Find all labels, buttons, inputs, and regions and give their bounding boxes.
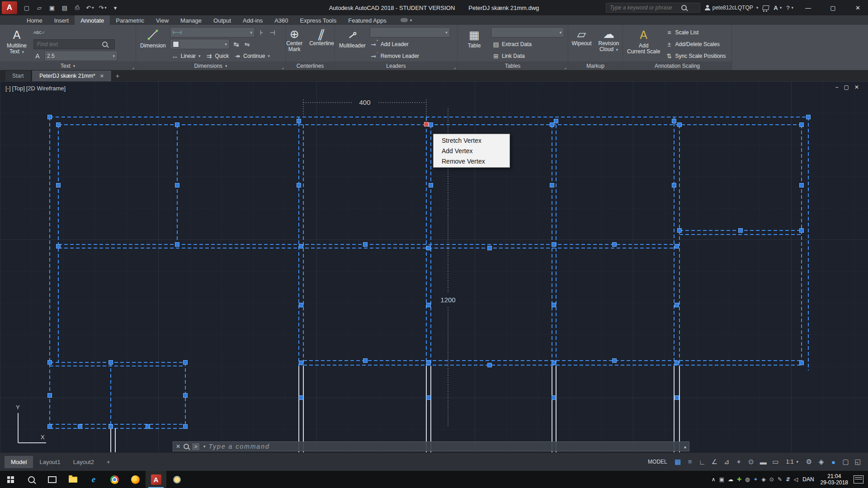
grip[interactable] xyxy=(800,361,804,365)
snap-mode-toggle[interactable]: ⌗ xyxy=(684,456,696,468)
bluetooth-icon[interactable]: ✦ xyxy=(754,476,758,483)
grip[interactable] xyxy=(488,246,492,250)
panel-label-markup[interactable]: Markup xyxy=(568,61,623,70)
menu-item-stretch-vertex[interactable]: Stretch Vertex xyxy=(434,135,509,145)
add-leader-button[interactable]: ⊸+ Add Leader xyxy=(370,40,410,48)
revision-cloud-button[interactable]: ☁ Revision Cloud ▾ xyxy=(596,26,622,61)
hot-grip[interactable] xyxy=(425,122,429,127)
dimension-break-icon[interactable]: ⊦ xyxy=(258,29,266,36)
panel-label-leaders[interactable]: Leaders ⌟ xyxy=(335,61,457,70)
ortho-mode-toggle[interactable]: ∟ xyxy=(697,456,708,468)
grip[interactable] xyxy=(78,425,82,429)
close-icon[interactable]: ✕ xyxy=(100,73,104,79)
grip[interactable] xyxy=(146,425,150,429)
open-file-button[interactable]: ▱ xyxy=(33,3,45,13)
check-spelling-icon[interactable]: ABC✓ xyxy=(33,30,45,35)
capture-tool-icon[interactable] xyxy=(166,471,187,488)
grip[interactable] xyxy=(175,243,179,247)
annotation-monitor-toggle[interactable]: ◈ xyxy=(816,456,827,468)
language-indicator[interactable]: DAN xyxy=(800,476,816,483)
command-close-icon[interactable]: ✕ xyxy=(176,443,180,450)
tab-annotate[interactable]: Annotate xyxy=(75,15,110,25)
file-tab-document[interactable]: PeterDJ skænk 21mm* ✕ xyxy=(32,70,112,81)
dialog-launcher-icon[interactable]: ⌟ xyxy=(564,65,566,70)
task-view-button[interactable] xyxy=(42,471,62,488)
object-snap-tracking-toggle[interactable]: ⌖ xyxy=(733,456,745,468)
grip[interactable] xyxy=(678,123,682,127)
new-drawing-tab-button[interactable]: + xyxy=(112,70,123,81)
grip[interactable] xyxy=(184,425,188,429)
add-current-scale-button[interactable]: A Add Current Scale xyxy=(625,26,662,61)
grip[interactable] xyxy=(363,243,368,247)
tab-output[interactable]: Output xyxy=(208,15,237,25)
add-delete-scales-button[interactable]: ± Add/Delete Scales xyxy=(664,41,721,48)
centerline-button[interactable]: ∥ Centerline xyxy=(307,26,336,61)
dialog-launcher-icon[interactable]: ⌟ xyxy=(132,65,134,70)
layout-tab-layout1[interactable]: Layout1 xyxy=(33,456,66,468)
dimension-style-combo[interactable]: ⊢⊣ ▾ xyxy=(170,27,255,38)
sync-scale-positions-button[interactable]: ⇅ Sync Scale Positions xyxy=(664,52,726,60)
grip[interactable] xyxy=(429,123,433,127)
grip[interactable] xyxy=(675,303,679,307)
volume-icon[interactable]: ◁ xyxy=(794,476,798,483)
panel-label-annotation-scaling[interactable]: Annotation Scaling xyxy=(623,61,731,70)
panel-label-centerlines[interactable]: Centerlines xyxy=(286,61,335,70)
remove-leader-button[interactable]: ⊸− Remove Leader xyxy=(370,52,420,60)
file-tab-start[interactable]: Start xyxy=(5,70,31,81)
save-as-button[interactable]: ▤ xyxy=(59,3,71,13)
grip[interactable] xyxy=(57,244,61,249)
grip[interactable] xyxy=(552,243,556,247)
grip[interactable] xyxy=(550,183,554,188)
grip[interactable] xyxy=(554,119,558,123)
chrome-icon[interactable] xyxy=(104,471,125,488)
isolate-objects-toggle[interactable]: ▢ xyxy=(840,456,851,468)
center-mark-button[interactable]: ⊕ Center Mark xyxy=(284,26,305,61)
grip[interactable] xyxy=(672,119,676,123)
window-maximize-button[interactable]: ▢ xyxy=(823,0,843,15)
network-icon[interactable]: ⇵ xyxy=(786,476,790,483)
linear-dimension-button[interactable]: ↔ Linear ▾ xyxy=(170,52,202,60)
grip[interactable] xyxy=(800,183,804,188)
viewport-view-button[interactable]: [Top] xyxy=(12,85,25,92)
dimension-button[interactable]: Dimension xyxy=(138,26,168,61)
plot-button[interactable]: ⎙ xyxy=(71,3,83,13)
find-text-box[interactable] xyxy=(33,39,115,49)
grip[interactable] xyxy=(807,115,811,119)
action-center-icon[interactable] xyxy=(854,475,863,483)
menu-item-remove-vertex[interactable]: Remove Vertex xyxy=(434,156,509,166)
pen-settings-icon[interactable]: ✎ xyxy=(778,476,782,483)
grip[interactable] xyxy=(299,303,303,307)
command-line[interactable]: ✕ > ▾ Type a command ▴ xyxy=(173,441,689,451)
grip[interactable] xyxy=(678,229,682,233)
tab-view[interactable]: View xyxy=(150,15,175,25)
keyword-search-input[interactable] xyxy=(609,4,679,11)
autocad-taskbar-icon[interactable]: A xyxy=(146,471,166,488)
drawing-close-button[interactable]: ✕ xyxy=(854,84,859,90)
grip[interactable] xyxy=(552,361,556,365)
grip[interactable] xyxy=(427,246,431,250)
link-data-button[interactable]: ⊞ Link Data xyxy=(491,52,526,60)
window-close-button[interactable]: ✕ xyxy=(848,0,868,15)
tab-add-ins[interactable]: Add-ins xyxy=(237,15,269,25)
grip[interactable] xyxy=(297,183,301,188)
drawing-restore-button[interactable]: ▢ xyxy=(844,84,849,90)
command-search-icon[interactable] xyxy=(184,444,189,449)
table-button[interactable]: ▦ Table xyxy=(460,26,489,61)
model-paper-toggle[interactable]: MODEL xyxy=(644,456,671,468)
infocenter-search[interactable] xyxy=(606,3,700,13)
drawing-minimize-button[interactable]: − xyxy=(835,84,839,90)
new-file-button[interactable]: ▢ xyxy=(21,3,33,13)
selection-cycling-toggle[interactable]: ▭ xyxy=(770,456,781,468)
grip[interactable] xyxy=(299,244,303,249)
ribbon-display-options-button[interactable]: ▾ xyxy=(397,15,416,25)
panel-label-dimensions[interactable]: Dimensions▾ ⌟ xyxy=(136,61,285,70)
grip[interactable] xyxy=(552,396,556,400)
table-style-combo[interactable]: ▾ xyxy=(491,27,564,38)
grip[interactable] xyxy=(109,425,113,429)
hardware-acceleration-toggle[interactable]: ● xyxy=(828,456,839,468)
grip[interactable] xyxy=(613,243,617,247)
window-minimize-button[interactable]: — xyxy=(798,0,818,15)
grid-display-toggle[interactable]: ▦ xyxy=(672,456,684,468)
grip[interactable] xyxy=(57,183,61,188)
adjust-space-icon[interactable]: ⊣ xyxy=(269,29,277,36)
